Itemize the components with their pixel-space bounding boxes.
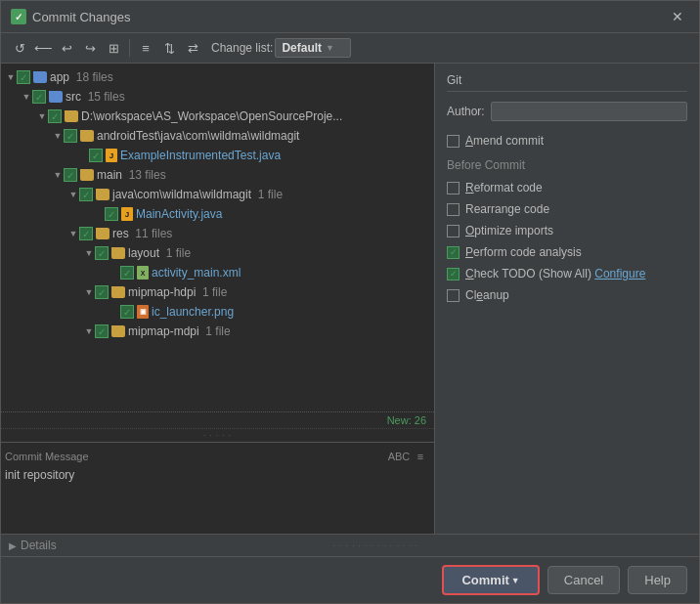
- new-count: New: 26: [1, 411, 434, 428]
- toolbar-btn-8[interactable]: ⇄: [182, 37, 203, 59]
- toolbar-btn-5[interactable]: ⊞: [103, 37, 124, 59]
- rearrange-code-checkbox[interactable]: [447, 203, 459, 216]
- checkbox[interactable]: ✓: [32, 90, 46, 104]
- cleanup-row: Cleanup: [447, 287, 687, 303]
- tree-row[interactable]: ▼ ✓ app 18 files: [1, 67, 434, 87]
- check-todo-checkbox[interactable]: ✓: [447, 268, 459, 280]
- checkbox[interactable]: ✓: [79, 227, 93, 240]
- folder-icon: [33, 71, 47, 83]
- tree-row[interactable]: ▼ ✓ mipmap-hdpi 1 file: [1, 282, 434, 302]
- commit-msg-menu-btn[interactable]: ≡: [411, 447, 430, 466]
- amend-commit-checkbox[interactable]: [447, 135, 459, 148]
- cleanup-checkbox[interactable]: [447, 289, 459, 302]
- scrollbar-handle: · · · · ·: [1, 428, 434, 442]
- tree-row[interactable]: ▼ ✓ mipmap-mdpi 1 file: [1, 322, 434, 341]
- cleanup-label[interactable]: Cleanup: [465, 288, 509, 302]
- checkbox[interactable]: ✓: [89, 149, 103, 162]
- perform-code-analysis-label[interactable]: Perform code analysis: [465, 245, 582, 259]
- commit-msg-tools: ABC ≡: [389, 447, 430, 466]
- commit-message-input[interactable]: init repository: [5, 468, 430, 527]
- toolbar-btn-6[interactable]: ≡: [135, 37, 156, 59]
- rearrange-code-label[interactable]: Rearrange code: [465, 202, 549, 216]
- reformat-code-checkbox[interactable]: [447, 182, 459, 194]
- tree-row[interactable]: ▼ ✓ main 13 files: [1, 165, 434, 185]
- tree-label: layout 1 file: [128, 246, 191, 260]
- perform-code-analysis-checkbox[interactable]: ✓: [447, 246, 459, 259]
- toolbar-btn-7[interactable]: ⇅: [158, 37, 180, 59]
- dialog-title: Commit Changes: [32, 10, 660, 24]
- commit-msg-header: Commit Message ABC ≡: [5, 447, 430, 466]
- img-file-icon: ▣: [137, 305, 149, 319]
- tree-label: ic_launcher.png: [152, 305, 234, 319]
- checkbox[interactable]: ✓: [48, 109, 62, 123]
- tree-row[interactable]: ▼ ✓ java\com\wildma\wildmagit 1 file: [1, 185, 434, 204]
- toolbar-btn-2[interactable]: ⟵: [32, 37, 54, 59]
- separator-1: [129, 39, 130, 57]
- checkbox[interactable]: ✓: [17, 70, 30, 84]
- xml-file-icon: X: [137, 266, 149, 280]
- tree-label: src 15 files: [66, 90, 125, 104]
- configure-link[interactable]: Configure: [594, 267, 645, 280]
- optimize-imports-label[interactable]: Optimize imports: [465, 224, 553, 237]
- toolbar-btn-1[interactable]: ↺: [9, 37, 30, 59]
- toolbar-btn-4[interactable]: ↪: [79, 37, 101, 59]
- tree-row[interactable]: ✓ J MainActivity.java: [1, 204, 434, 224]
- tree-row[interactable]: ▼ ✓ D:\workspace\AS_Workspace\OpenSource…: [1, 107, 434, 126]
- tree-row[interactable]: ▼ ✓ layout 1 file: [1, 243, 434, 263]
- changelist-dropdown[interactable]: Default ▼: [275, 38, 351, 58]
- checkbox[interactable]: ✓: [79, 188, 93, 201]
- amend-commit-label[interactable]: Amend commit: [465, 134, 544, 148]
- tree-label: res 11 files: [112, 227, 172, 240]
- perform-code-analysis-row: ✓ Perform code analysis: [447, 244, 687, 260]
- tree-row[interactable]: ▼ ✓ androidTest\java\com\wildma\wildmagi…: [1, 126, 434, 146]
- git-tab[interactable]: Git: [447, 73, 687, 92]
- details-bar[interactable]: ▶ Details · · · · · · · · · · · · · ·: [1, 534, 699, 556]
- arrow-icon: ▼: [67, 228, 79, 239]
- optimize-imports-row: Optimize imports: [447, 223, 687, 238]
- folder-icon: [65, 110, 78, 122]
- check-todo-label[interactable]: Check TODO (Show All) Configure: [465, 267, 645, 280]
- tree-row[interactable]: ✓ X activity_main.xml: [1, 263, 434, 282]
- checkbox[interactable]: ✓: [120, 266, 134, 280]
- checkbox[interactable]: ✓: [105, 207, 118, 221]
- checkbox[interactable]: ✓: [64, 168, 77, 182]
- checkbox[interactable]: ✓: [95, 246, 109, 260]
- arrow-icon: ▼: [52, 130, 64, 142]
- author-label: Author:: [447, 105, 485, 118]
- spell-check-btn[interactable]: ABC: [389, 447, 409, 466]
- commit-dropdown-arrow-icon[interactable]: ▼: [511, 576, 520, 585]
- details-separator: · · · · · · · · · · · · · ·: [61, 541, 691, 550]
- cancel-button[interactable]: Cancel: [547, 566, 620, 594]
- folder-icon: [96, 228, 109, 239]
- checkbox[interactable]: ✓: [95, 324, 109, 338]
- tree-row[interactable]: ✓ J ExampleInstrumentedTest.java: [1, 146, 434, 165]
- toolbar: ↺ ⟵ ↩ ↪ ⊞ ≡ ⇅ ⇄ Change list: Default ▼: [1, 33, 699, 64]
- arrow-icon: ▼: [83, 325, 95, 337]
- tree-row[interactable]: ▼ ✓ src 15 files: [1, 87, 434, 107]
- folder-icon: [96, 189, 109, 200]
- tree-row[interactable]: ✓ ▣ ic_launcher.png: [1, 302, 434, 322]
- java-file-icon: J: [106, 149, 117, 162]
- close-button[interactable]: ✕: [666, 7, 689, 26]
- arrow-icon: ▼: [83, 286, 95, 298]
- commit-button[interactable]: Commit ▼: [442, 565, 539, 595]
- reformat-code-label[interactable]: Reformat code: [465, 181, 543, 194]
- checkbox[interactable]: ✓: [64, 129, 77, 143]
- help-button[interactable]: Help: [628, 566, 687, 594]
- commit-button-label: Commit: [461, 573, 508, 587]
- left-panel: ▼ ✓ app 18 files ▼ ✓ src 15 files ▼: [1, 64, 435, 534]
- author-input[interactable]: [491, 102, 687, 121]
- checkbox[interactable]: ✓: [95, 285, 109, 299]
- arrow-icon: ▼: [83, 247, 95, 259]
- optimize-imports-checkbox[interactable]: [447, 225, 459, 237]
- tree-label: mipmap-mdpi 1 file: [128, 324, 231, 338]
- tree-label: app 18 files: [50, 70, 113, 84]
- checkbox[interactable]: ✓: [120, 305, 134, 319]
- toolbar-btn-3[interactable]: ↩: [56, 37, 77, 59]
- tree-row[interactable]: ▼ ✓ res 11 files: [1, 224, 434, 243]
- amend-commit-row: Amend commit: [447, 133, 687, 149]
- arrow-icon: [93, 208, 105, 220]
- file-tree[interactable]: ▼ ✓ app 18 files ▼ ✓ src 15 files ▼: [1, 64, 434, 411]
- tree-label: MainActivity.java: [136, 207, 222, 221]
- title-bar: ✓ Commit Changes ✕: [1, 1, 699, 33]
